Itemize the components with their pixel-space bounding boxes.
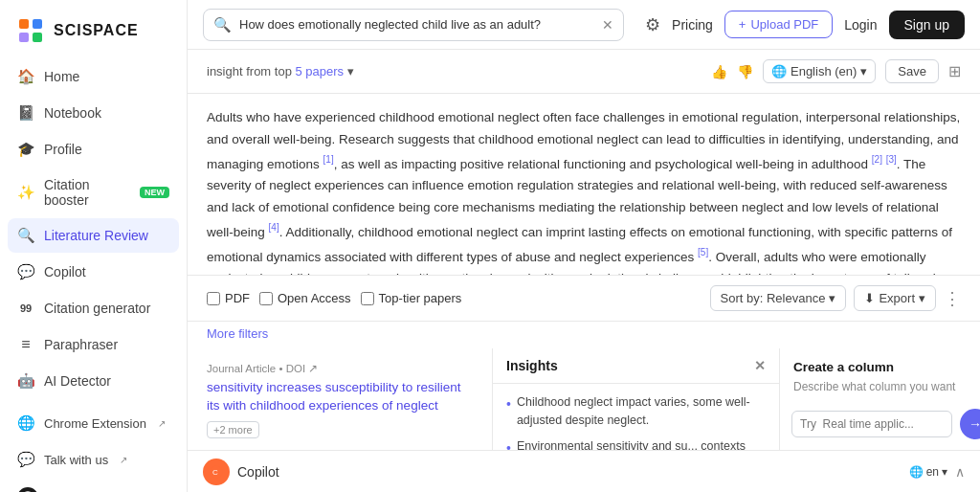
pdf-checkbox[interactable] [207,292,220,305]
copilot-right: 🌐 en ▾ ∧ [909,464,965,480]
svg-rect-1 [33,19,42,29]
copilot-lang-selector[interactable]: 🌐 en ▾ [909,465,947,479]
create-column-go-button[interactable]: → [960,409,980,439]
sidebar: SCISPACE 🏠 Home 📓 Notebook 🎓 Profile ✨ C… [0,0,188,492]
insights-title: Insights [506,358,558,373]
plus-icon: + [739,17,746,32]
copilot-label[interactable]: Copilot [237,464,279,480]
chevron-down-icon: ▾ [860,64,867,78]
sidebar-item-paraphraser[interactable]: ≡ Paraphraser [8,327,179,362]
sort-button[interactable]: Sort by: Relevance ▾ [710,285,847,311]
language-selector[interactable]: 🌐 English (en) ▾ [763,59,876,83]
ai-detector-icon: 🤖 [17,372,34,390]
top-tier-checkbox[interactable] [361,292,374,305]
collapse-button[interactable]: ∧ [955,464,965,480]
sidebar-item-copilot-label: Copilot [44,264,86,280]
external-link-icon-2: ↗ [120,455,127,465]
chevron-down-icon-export: ▾ [919,291,925,305]
top-tier-filter[interactable]: Top-tier papers [361,291,462,305]
copilot-icon: 💬 [17,263,34,280]
sidebar-item-profile[interactable]: 🎓 Profile [8,132,179,167]
more-options-button[interactable]: ⋮ [944,288,961,309]
sidebar-item-ai-detector[interactable]: 🤖 AI Detector [8,364,179,398]
main-content: 🔍 ✕ ⚙ Pricing + Upload PDF Login Sign up… [188,0,980,492]
sidebar-item-notebook-label: Notebook [44,105,101,121]
sidebar-item-chrome-extension[interactable]: 🌐 Chrome Extension ↗ [8,406,179,440]
create-column-panel: Create a column Describe what column you… [779,348,980,450]
results-area: Journal Article • DOI ↗ sensitivity incr… [188,348,980,450]
sidebar-item-profile-label: Profile [44,142,82,157]
sidebar-item-citation-booster[interactable]: ✨ Citation booster NEW [8,168,179,216]
insights-list: Childhood neglect impact varies, some we… [506,393,766,450]
chevron-down-icon-sort: ▾ [829,291,835,305]
citation-booster-icon: ✨ [17,184,34,201]
paper-meta: Journal Article • DOI ↗ [207,362,473,375]
language-label: English (en) [791,64,857,78]
sidebar-item-chatgpt[interactable]: Open in ChatGPT ↗ [8,479,179,492]
scispace-logo-icon [15,15,46,46]
summary-bar: insight from top 5 papers ▾ 👍 👎 🌐 Englis… [188,50,980,94]
svg-rect-3 [33,33,42,42]
insights-close-button[interactable]: ✕ [754,358,766,373]
copilot-lang-label: en [926,465,939,479]
talk-icon: 💬 [17,451,34,468]
login-button[interactable]: Login [844,17,877,33]
paraphraser-icon: ≡ [17,336,34,353]
create-column-input-row: → [780,403,980,445]
create-column-input[interactable] [791,411,952,437]
more-badge[interactable]: +2 more [207,421,259,438]
tune-icon[interactable]: ⚙ [645,14,660,35]
svg-rect-0 [19,19,29,29]
grid-icon[interactable]: ⊞ [948,62,961,80]
search-input[interactable] [239,17,594,32]
pdf-filter[interactable]: PDF [207,291,250,305]
insights-body: Childhood neglect impact varies, some we… [493,384,779,450]
profile-icon: 🎓 [17,141,34,158]
search-box[interactable]: 🔍 ✕ [203,9,624,41]
sidebar-item-literature-review[interactable]: 🔍 Literature Review [8,218,179,253]
more-filters-row: More filters [188,322,980,348]
sidebar-item-paraphraser-label: Paraphraser [44,337,118,352]
summary-text-block: Adults who have experienced childhood em… [188,94,980,276]
more-filters-link[interactable]: More filters [207,323,268,345]
open-access-filter[interactable]: Open Access [259,291,351,305]
topbar: 🔍 ✕ ⚙ Pricing + Upload PDF Login Sign up [188,0,980,50]
upload-pdf-button[interactable]: + Upload PDF [724,11,833,38]
signup-button[interactable]: Sign up [889,11,965,39]
paper-list: Journal Article • DOI ↗ sensitivity incr… [188,348,492,450]
insights-panel: Insights ✕ Childhood neglect impact vari… [492,348,779,450]
sidebar-item-talk-with-us[interactable]: 💬 Talk with us ↗ [8,442,179,477]
search-clear-button[interactable]: ✕ [602,18,613,32]
svg-text:C: C [212,468,218,477]
literature-review-icon: 🔍 [17,227,34,244]
filter-right: Sort by: Relevance ▾ ⬇ Export ▾ ⋮ [710,285,961,311]
save-button[interactable]: Save [885,59,939,83]
notebook-icon: 📓 [17,104,34,122]
insight-text: insight from top 5 papers ▾ [207,64,354,78]
thumbs-up-button[interactable]: 👍 [711,64,727,79]
citation-generator-icon: 99 [17,300,34,317]
sidebar-item-ai-detector-label: AI Detector [44,373,111,389]
create-column-title: Create a column [780,348,980,380]
logo-text: SCISPACE [54,22,139,39]
pricing-link[interactable]: Pricing [672,17,713,33]
paper-item: Journal Article • DOI ↗ sensitivity incr… [188,348,492,450]
sidebar-bottom: 🌐 Chrome Extension ↗ 💬 Talk with us ↗ Op… [0,398,187,492]
thumbs-down-button[interactable]: 👎 [737,64,753,79]
export-button[interactable]: ⬇ Export ▾ [854,285,936,311]
sidebar-item-home[interactable]: 🏠 Home [8,59,179,94]
sidebar-item-chrome-extension-label: Chrome Extension [44,416,146,431]
sidebar-item-citation-generator[interactable]: 99 Citation generator [8,291,179,325]
new-badge: NEW [140,187,169,198]
summary-actions: 👍 👎 🌐 English (en) ▾ Save ⊞ [711,59,961,83]
sidebar-item-home-label: Home [44,69,79,84]
open-access-checkbox[interactable] [259,292,273,305]
sidebar-item-literature-review-label: Literature Review [44,228,148,243]
chevron-down-icon-copilot: ▾ [942,465,947,479]
sidebar-item-copilot[interactable]: 💬 Copilot [8,255,179,289]
papers-count-link[interactable]: 5 papers [296,64,345,78]
sidebar-item-notebook[interactable]: 📓 Notebook [8,96,179,130]
paper-title[interactable]: sensitivity increases susceptibility to … [207,379,473,415]
copilot-icon: C [203,458,230,485]
sidebar-item-citation-generator-label: Citation generator [44,301,150,316]
